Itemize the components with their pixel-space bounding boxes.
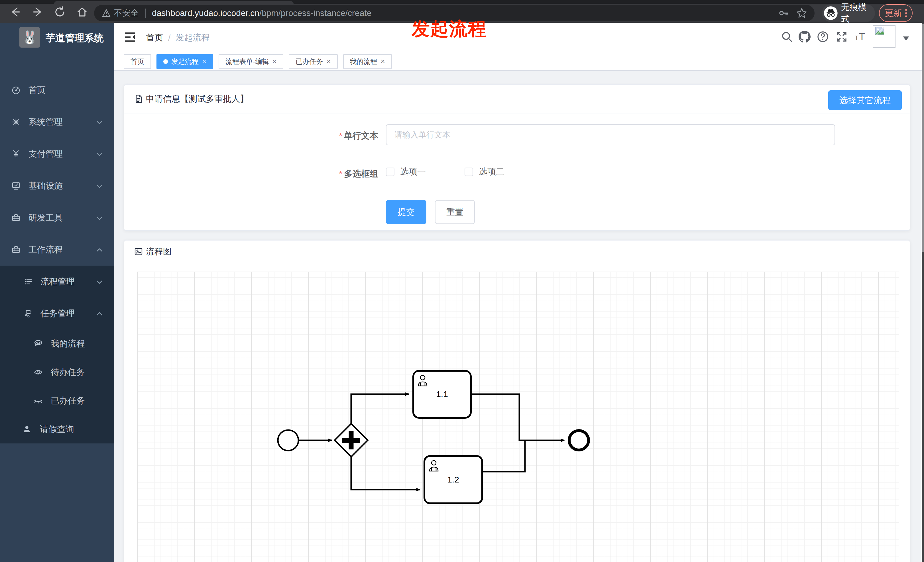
required-asterisk bbox=[339, 131, 344, 140]
single-line-input[interactable] bbox=[386, 124, 835, 145]
bpmn-canvas[interactable]: 1.1 1.2 bbox=[137, 271, 899, 562]
svg-text:1.2: 1.2 bbox=[447, 475, 459, 484]
screen: 不安全 dashboard.yudao.iocoder.cn/bpm/proce… bbox=[0, 0, 924, 562]
close-icon[interactable] bbox=[381, 58, 385, 66]
sidebar-item-home[interactable]: 首页 bbox=[0, 74, 114, 106]
choose-other-process-button[interactable]: 选择其它流程 bbox=[828, 90, 902, 110]
page-scrollbar[interactable] bbox=[922, 23, 924, 562]
app-header: 首页 / 发起流程 TT bbox=[114, 23, 924, 51]
person-icon bbox=[22, 425, 32, 434]
back-icon[interactable] bbox=[9, 6, 22, 18]
eye-open-icon bbox=[34, 368, 43, 377]
breadcrumb-separator: / bbox=[168, 33, 170, 43]
chevron-up-icon bbox=[96, 310, 103, 317]
bpmn-start-event[interactable] bbox=[278, 430, 298, 451]
sidebar-item-workflow[interactable]: 工作流程 bbox=[0, 234, 114, 265]
browser-tabstrip bbox=[0, 0, 924, 4]
tab-home[interactable]: 首页 bbox=[124, 54, 151, 69]
checkbox-option-2-label[interactable]: 选项二 bbox=[479, 166, 504, 178]
sidebar-item-system[interactable]: 系统管理 bbox=[0, 106, 114, 138]
sidebar-item-todo-tasks[interactable]: 待办任务 bbox=[0, 358, 114, 387]
bpmn-diagram: 1.1 1.2 bbox=[137, 271, 899, 562]
checkbox-group: 选项一 选项二 bbox=[386, 166, 504, 178]
required-asterisk bbox=[339, 169, 344, 178]
incognito-badge: 无痕模式 bbox=[822, 4, 875, 22]
sidebar-item-devtools[interactable]: 研发工具 bbox=[0, 202, 114, 234]
sidebar-logo-row[interactable]: 🐰 芋道管理系统 bbox=[0, 23, 114, 51]
bpmn-parallel-gateway[interactable] bbox=[334, 424, 368, 457]
diagram-card-title: 流程图 bbox=[146, 246, 172, 258]
gear-icon bbox=[11, 117, 21, 127]
url-host: dashboard.yudao.iocoder.cn bbox=[152, 8, 260, 18]
chevron-down-icon bbox=[96, 214, 103, 222]
avatar-caret-icon[interactable] bbox=[903, 36, 909, 40]
infra-icon bbox=[11, 181, 21, 190]
forward-icon[interactable] bbox=[32, 6, 44, 18]
app-title: 芋道管理系统 bbox=[46, 31, 104, 45]
bpmn-user-task-2[interactable]: 1.2 bbox=[424, 456, 482, 503]
tab-start-process[interactable]: 发起流程 bbox=[156, 54, 213, 69]
submit-button[interactable]: 提交 bbox=[386, 200, 426, 224]
tab-done-tasks[interactable]: 已办任务 bbox=[289, 54, 338, 69]
apply-card-header: 申请信息【测试多审批人】 bbox=[124, 85, 910, 114]
chevron-down-icon bbox=[96, 278, 103, 285]
svg-text:T: T bbox=[855, 34, 858, 41]
sidebar-fold-icon[interactable] bbox=[124, 31, 136, 43]
active-dot-icon bbox=[163, 59, 168, 64]
chevron-down-icon bbox=[96, 150, 103, 157]
broken-image-icon bbox=[875, 27, 886, 36]
warning-icon bbox=[102, 9, 111, 17]
bookmark-star-icon[interactable] bbox=[796, 8, 807, 18]
checkbox-option-1[interactable] bbox=[386, 168, 394, 176]
reload-icon[interactable] bbox=[54, 6, 66, 18]
workflow-icon bbox=[11, 245, 21, 254]
sidebar-item-done-tasks[interactable]: 已办任务 bbox=[0, 387, 114, 415]
flow-task2-join bbox=[482, 440, 525, 472]
sidebar-item-process-mgmt[interactable]: 流程管理 bbox=[0, 265, 114, 298]
close-icon[interactable] bbox=[202, 58, 206, 66]
sidebar-item-task-mgmt[interactable]: 任务管理 bbox=[0, 298, 114, 330]
close-icon[interactable] bbox=[326, 58, 331, 66]
update-button[interactable]: 更新 bbox=[879, 4, 913, 22]
process-list-icon bbox=[24, 277, 33, 286]
avatar[interactable] bbox=[873, 25, 896, 48]
tab-my-process[interactable]: 我的流程 bbox=[343, 54, 392, 69]
tags-view-bar: 首页 发起流程 流程表单-编辑 已办任务 我的流程 bbox=[114, 51, 924, 71]
bpmn-end-event[interactable] bbox=[569, 431, 588, 450]
close-icon[interactable] bbox=[272, 58, 276, 66]
reset-button[interactable]: 重置 bbox=[435, 200, 475, 224]
checkbox-option-2[interactable] bbox=[465, 168, 473, 176]
flow-gateway-task1 bbox=[351, 394, 409, 425]
incognito-label: 无痕模式 bbox=[841, 1, 875, 25]
browser-menu-icon[interactable] bbox=[905, 9, 907, 17]
fullscreen-icon[interactable] bbox=[836, 31, 848, 43]
breadcrumb-home[interactable]: 首页 bbox=[146, 32, 163, 43]
password-key-icon[interactable] bbox=[778, 8, 789, 18]
github-icon[interactable] bbox=[799, 31, 811, 43]
svg-text:1.1: 1.1 bbox=[436, 389, 448, 399]
tab-form-edit[interactable]: 流程表单-编辑 bbox=[219, 54, 283, 69]
browser-active-tab[interactable] bbox=[54, 1, 294, 4]
sidebar-item-payment[interactable]: 支付管理 bbox=[0, 138, 114, 170]
checkbox-option-1-label[interactable]: 选项一 bbox=[400, 166, 426, 178]
incognito-icon bbox=[824, 6, 838, 20]
chevron-up-icon bbox=[96, 246, 103, 253]
scrollbar-thumb[interactable] bbox=[922, 24, 924, 252]
font-size-icon[interactable]: TT bbox=[855, 31, 866, 43]
home-icon[interactable] bbox=[76, 6, 88, 18]
security-label[interactable]: 不安全 bbox=[114, 7, 139, 19]
my-process-icon bbox=[34, 339, 43, 348]
bpmn-user-task-1[interactable]: 1.1 bbox=[413, 371, 471, 418]
help-icon[interactable] bbox=[817, 31, 829, 43]
toolbox-icon bbox=[11, 213, 21, 222]
task-share-icon bbox=[24, 309, 33, 318]
apply-info-card: 申请信息【测试多审批人】 选择其它流程 单行文本 多选框组 选项一 选项二 提交… bbox=[124, 84, 910, 231]
sidebar-item-leave-query[interactable]: 请假查询 bbox=[0, 415, 114, 444]
sidebar: 🐰 芋道管理系统 首页 系统管理 支付管理 bbox=[0, 23, 114, 562]
diagram-card-header: 流程图 bbox=[124, 241, 910, 263]
breadcrumb: 首页 / 发起流程 bbox=[146, 32, 210, 43]
search-icon[interactable] bbox=[781, 31, 793, 43]
update-label[interactable]: 更新 bbox=[885, 7, 902, 19]
sidebar-item-my-process[interactable]: 我的流程 bbox=[0, 330, 114, 358]
sidebar-item-infra[interactable]: 基础设施 bbox=[0, 170, 114, 202]
